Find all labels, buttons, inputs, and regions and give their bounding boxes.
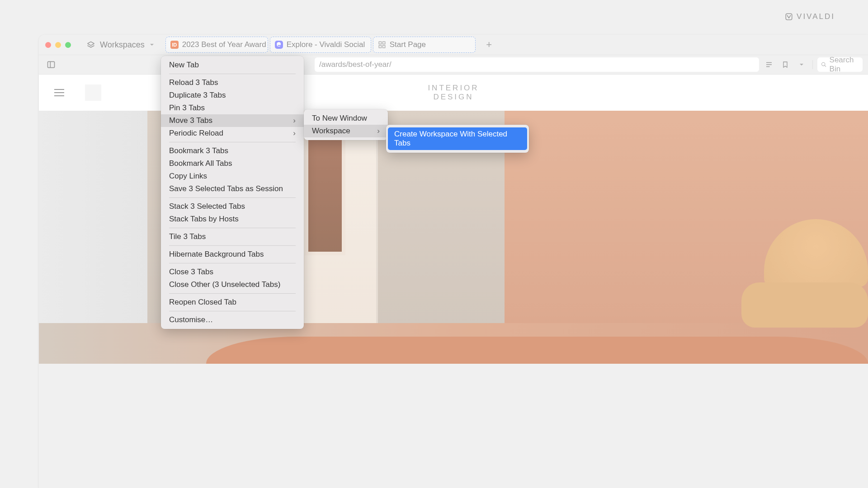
- bookmark-icon: [782, 61, 789, 69]
- svg-rect-0: [786, 14, 792, 20]
- chevron-down-icon: [149, 42, 155, 47]
- site-logo-line1: INTERIOR: [428, 84, 479, 93]
- menu-divider: [169, 245, 296, 246]
- svg-rect-5: [48, 61, 55, 67]
- tab-1[interactable]: ID 2023 Best of Year Award W: [165, 37, 268, 53]
- svg-rect-3: [379, 46, 381, 48]
- favicon-startpage: [378, 41, 386, 49]
- tab-3[interactable]: Start Page: [373, 37, 476, 53]
- tab-2[interactable]: Explore - Vivaldi Social: [270, 37, 371, 53]
- search-field[interactable]: Search Bin: [817, 57, 863, 72]
- menu-reload[interactable]: Reload 3 Tabs: [161, 76, 304, 89]
- favicon-id: ID: [170, 41, 179, 49]
- menu-new-tab[interactable]: New Tab: [161, 59, 304, 71]
- menu-periodic-reload[interactable]: Periodic Reload ›: [161, 127, 304, 140]
- maximize-window-button[interactable]: [65, 42, 71, 48]
- tab-2-title: Explore - Vivaldi Social: [287, 40, 365, 49]
- vivaldi-brand-text: VIVALDI: [797, 12, 835, 21]
- submenu-to-new-window[interactable]: To New Window: [304, 112, 388, 125]
- chevron-right-icon: ›: [377, 127, 380, 136]
- submenu-create-workspace[interactable]: Create Workspace With Selected Tabs: [388, 127, 527, 150]
- bookmark-dropdown-button[interactable]: [795, 58, 808, 71]
- workspaces-icon: [86, 40, 95, 49]
- url-text: /awards/best-of-year/: [319, 60, 392, 69]
- close-window-button[interactable]: [45, 42, 51, 48]
- menu-hibernate[interactable]: Hibernate Background Tabs: [161, 248, 304, 261]
- panel-toggle-button[interactable]: [44, 58, 58, 71]
- tab-3-title: Start Page: [390, 40, 426, 49]
- menu-divider: [169, 293, 296, 294]
- separator: [812, 60, 813, 69]
- menu-divider: [169, 311, 296, 311]
- menu-close-other[interactable]: Close Other (3 Unselected Tabs): [161, 278, 304, 291]
- panel-icon: [47, 60, 56, 69]
- menu-divider: [169, 74, 296, 74]
- chevron-right-icon: ›: [293, 116, 296, 125]
- menu-divider: [169, 263, 296, 263]
- menu-divider: [169, 197, 296, 198]
- reader-view-button[interactable]: [763, 58, 775, 71]
- menu-tile[interactable]: Tile 3 Tabs: [161, 230, 304, 243]
- tab-context-menu: New Tab Reload 3 Tabs Duplicate 3 Tabs P…: [161, 56, 304, 329]
- favicon-mastodon: [275, 41, 283, 49]
- svg-rect-2: [382, 42, 385, 44]
- workspace-submenu: Create Workspace With Selected Tabs: [386, 125, 529, 153]
- svg-point-10: [822, 62, 825, 66]
- url-field[interactable]: /awards/best-of-year/: [315, 57, 759, 72]
- submenu-workspace[interactable]: Workspace ›: [304, 125, 388, 137]
- workspaces-label: Workspaces: [100, 40, 145, 50]
- tab-1-title: 2023 Best of Year Award W: [182, 40, 268, 49]
- menu-copy-links[interactable]: Copy Links: [161, 170, 304, 183]
- svg-rect-1: [379, 42, 381, 44]
- hamburger-menu-button[interactable]: [54, 89, 64, 96]
- search-icon: [821, 61, 827, 68]
- vivaldi-brand: VIVALDI: [785, 12, 835, 21]
- site-logo: INTERIOR DESIGN: [428, 84, 479, 101]
- search-placeholder: Search Bin: [830, 56, 859, 74]
- workspaces-button[interactable]: Workspaces: [83, 38, 158, 52]
- menu-close3[interactable]: Close 3 Tabs: [161, 266, 304, 278]
- menu-move[interactable]: Move 3 Tabs ›: [161, 114, 304, 127]
- menu-divider: [169, 228, 296, 228]
- site-logo-line2: DESIGN: [428, 93, 479, 102]
- menu-customise[interactable]: Customise…: [161, 314, 304, 326]
- svg-line-11: [825, 66, 826, 67]
- menu-divider: [169, 142, 296, 142]
- tab-bar: Workspaces ID 2023 Best of Year Award W …: [39, 35, 868, 55]
- chevron-down-icon: [799, 62, 804, 67]
- minimize-window-button[interactable]: [55, 42, 61, 48]
- window-controls: [45, 42, 71, 48]
- menu-stack-selected[interactable]: Stack 3 Selected Tabs: [161, 200, 304, 213]
- svg-rect-4: [382, 46, 385, 48]
- menu-save-session[interactable]: Save 3 Selected Tabs as Session: [161, 183, 304, 195]
- vivaldi-icon: [785, 13, 793, 21]
- menu-pin[interactable]: Pin 3 Tabs: [161, 102, 304, 114]
- header-placeholder: [85, 84, 101, 101]
- menu-reopen[interactable]: Reopen Closed Tab: [161, 296, 304, 309]
- menu-duplicate[interactable]: Duplicate 3 Tabs: [161, 89, 304, 102]
- move-submenu: To New Window Workspace ›: [304, 109, 388, 140]
- new-tab-button[interactable]: +: [482, 38, 496, 52]
- menu-bookmark-all[interactable]: Bookmark All Tabs: [161, 157, 304, 170]
- menu-bookmark3[interactable]: Bookmark 3 Tabs: [161, 145, 304, 157]
- reader-icon: [765, 61, 773, 69]
- chevron-right-icon: ›: [293, 129, 296, 138]
- menu-stack-hosts[interactable]: Stack Tabs by Hosts: [161, 213, 304, 225]
- bookmark-button[interactable]: [779, 58, 792, 71]
